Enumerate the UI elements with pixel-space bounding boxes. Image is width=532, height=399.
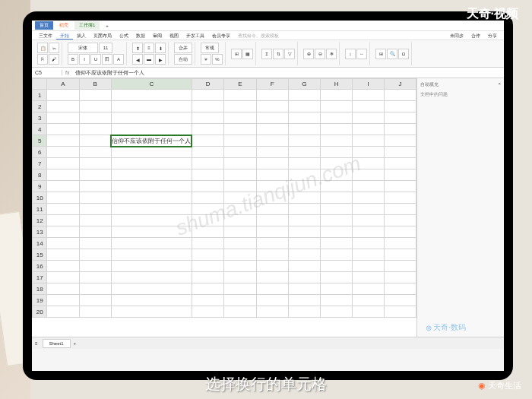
cell[interactable]: [111, 112, 192, 124]
align-bot-button[interactable]: ⬇: [155, 43, 166, 53]
font-select[interactable]: 宋体: [68, 43, 98, 53]
cell[interactable]: [79, 238, 111, 249]
cell[interactable]: [79, 261, 111, 272]
cell[interactable]: [224, 135, 256, 147]
cell[interactable]: [79, 226, 111, 238]
cell[interactable]: [79, 101, 111, 112]
cell[interactable]: [385, 169, 416, 181]
cell[interactable]: [47, 204, 79, 215]
cell[interactable]: [288, 90, 320, 101]
cell[interactable]: [353, 272, 385, 283]
cell[interactable]: [192, 135, 223, 147]
cell[interactable]: [192, 101, 223, 112]
cell[interactable]: [385, 101, 416, 112]
cell[interactable]: [47, 158, 79, 169]
cell[interactable]: [192, 215, 223, 226]
cell[interactable]: [192, 192, 223, 204]
row-header[interactable]: 14: [33, 238, 47, 249]
ribbon-tab-insert[interactable]: 插入: [73, 31, 90, 40]
cell[interactable]: [111, 181, 192, 192]
ribbon-search[interactable]: 查找命令、搜索模板: [234, 31, 283, 40]
table-format-button[interactable]: ▦: [242, 49, 253, 59]
cell[interactable]: [192, 90, 223, 101]
cell[interactable]: [385, 295, 416, 306]
formula-input[interactable]: 信仰不应该依附于任何一个人: [72, 69, 504, 77]
cell[interactable]: [288, 272, 320, 283]
row-header[interactable]: 12: [33, 215, 47, 226]
cell[interactable]: [79, 169, 111, 181]
cell[interactable]: [256, 169, 288, 181]
cell[interactable]: [288, 101, 320, 112]
col-header-E[interactable]: E: [224, 79, 256, 90]
cell[interactable]: [256, 147, 288, 158]
cell[interactable]: [288, 192, 320, 204]
cell[interactable]: [111, 272, 192, 283]
cell[interactable]: [47, 192, 79, 204]
cell[interactable]: [353, 158, 385, 169]
cell[interactable]: [385, 306, 416, 318]
cell[interactable]: [111, 261, 192, 272]
cell[interactable]: [353, 261, 385, 272]
cell[interactable]: [288, 295, 320, 306]
cell[interactable]: [288, 181, 320, 192]
cell[interactable]: [385, 226, 416, 238]
cell[interactable]: [224, 181, 256, 192]
row-header[interactable]: 5: [33, 135, 47, 147]
cell[interactable]: [288, 215, 320, 226]
cell[interactable]: [224, 283, 256, 295]
cell[interactable]: [321, 181, 353, 192]
cell[interactable]: [111, 90, 192, 101]
cell[interactable]: [47, 283, 79, 295]
cell[interactable]: [256, 158, 288, 169]
cell[interactable]: [321, 135, 353, 147]
cell[interactable]: [192, 238, 223, 249]
cell[interactable]: [256, 124, 288, 135]
cell[interactable]: [192, 147, 223, 158]
row-header[interactable]: 19: [33, 295, 47, 306]
cell[interactable]: [79, 295, 111, 306]
cell[interactable]: [111, 226, 192, 238]
delete-row-button[interactable]: ⊖: [315, 49, 325, 59]
cell[interactable]: [79, 249, 111, 261]
cell[interactable]: [321, 306, 353, 318]
cell[interactable]: [192, 158, 223, 169]
ribbon-tab-member[interactable]: 会员专享: [208, 31, 234, 40]
ribbon-tab-file[interactable]: 三文件: [35, 31, 56, 40]
cell[interactable]: [288, 306, 320, 318]
close-panel-button[interactable]: ×: [498, 81, 501, 88]
workbook-tab[interactable]: 工作簿1: [74, 21, 100, 30]
cell[interactable]: [288, 238, 320, 249]
cell[interactable]: [79, 124, 111, 135]
cell[interactable]: [353, 135, 385, 147]
cell[interactable]: [111, 215, 192, 226]
add-sheet-button[interactable]: +: [74, 341, 77, 346]
cell[interactable]: [321, 124, 353, 135]
copy-button[interactable]: ⎘: [37, 54, 48, 65]
cell[interactable]: [224, 306, 256, 318]
cell[interactable]: [79, 147, 111, 158]
cell[interactable]: [224, 249, 256, 261]
cell[interactable]: [79, 306, 111, 318]
cell[interactable]: [111, 147, 192, 158]
cell[interactable]: [353, 306, 385, 318]
cell[interactable]: [47, 226, 79, 238]
cell[interactable]: [224, 192, 256, 204]
cell[interactable]: [47, 295, 79, 306]
cell[interactable]: [256, 261, 288, 272]
cell[interactable]: [353, 283, 385, 295]
cell[interactable]: [321, 169, 353, 181]
row-header[interactable]: 20: [33, 306, 47, 318]
row-header[interactable]: 17: [33, 272, 47, 283]
cell[interactable]: [47, 135, 79, 147]
cell[interactable]: [256, 192, 288, 204]
cell[interactable]: [224, 90, 256, 101]
collab-button[interactable]: 合作: [467, 31, 484, 40]
col-header-F[interactable]: F: [256, 79, 288, 90]
cell[interactable]: [192, 204, 223, 215]
cell[interactable]: [385, 147, 416, 158]
cell[interactable]: [192, 112, 223, 124]
cell[interactable]: [385, 192, 416, 204]
fx-label[interactable]: fx: [62, 70, 72, 75]
align-right-button[interactable]: ▶: [155, 54, 166, 65]
cell[interactable]: [79, 272, 111, 283]
